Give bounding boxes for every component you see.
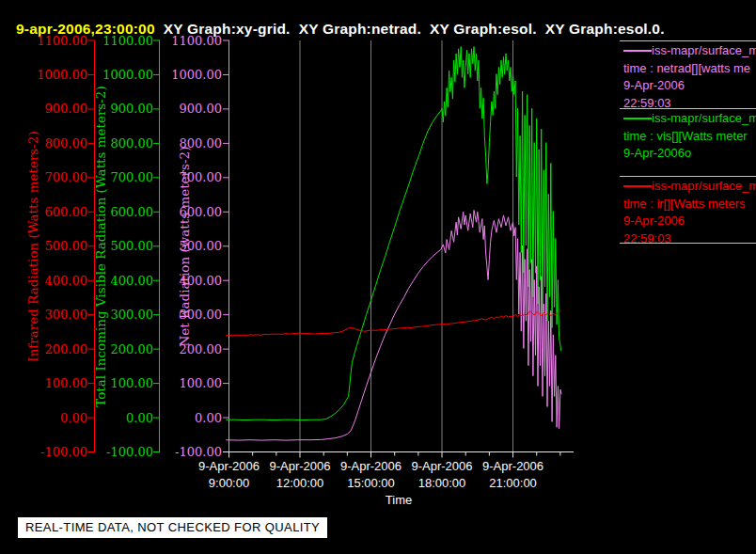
y-tick-label: 1100.00 (171, 34, 222, 48)
y-tick-label: -100.00 (175, 445, 222, 459)
y-tick-label: 0.00 (195, 411, 222, 425)
series-line-netrad (226, 211, 561, 441)
y-tick-label: 700.00 (45, 170, 88, 184)
legend-line: 22:59:03 (623, 230, 756, 248)
legend-line-sample-icon (623, 118, 652, 119)
x-tick-time: 18:00:00 (418, 476, 466, 490)
x-axis: 9-Apr-20069:00:009-Apr-200612:00:009-Apr… (198, 452, 574, 508)
y-tick-label: 600.00 (45, 205, 88, 219)
x-tick-date: 9-Apr-2006 (482, 459, 543, 473)
legend-line: iss-mapr/surface_m (623, 110, 756, 128)
legend-line: time : vis[][Watts meter (623, 128, 756, 146)
y-tick-label: 100.00 (45, 376, 88, 390)
y-tick-label: 600.00 (111, 205, 154, 219)
y-tick-label: 100.00 (111, 376, 154, 390)
legend-line: iss-mapr/surface_m (623, 42, 756, 60)
y-tick-label: 400.00 (111, 274, 154, 288)
app-window: { "title": { "date": "9-apr-2006,23:00:0… (0, 0, 756, 554)
y-tick-label: 300.00 (111, 308, 154, 322)
x-axis-title: Time (386, 493, 412, 507)
y-tick-label: -100.00 (40, 445, 87, 459)
x-tick-date: 9-Apr-2006 (412, 459, 473, 473)
legend-line: 9-Apr-2006 (623, 77, 756, 95)
y-tick-label: 1100.00 (102, 34, 153, 48)
y-tick-label: 1000.00 (102, 68, 153, 82)
y-axis-ir: 1100.001000.00900.00800.00700.00600.0050… (25, 34, 95, 460)
x-tick-time: 9:00:00 (209, 476, 249, 490)
legend-line: time : ir[][Watts meters (623, 196, 756, 214)
x-tick-time: 15:00:00 (347, 476, 395, 490)
y-tick-label: 500.00 (45, 239, 88, 253)
series-line-ir (226, 310, 560, 336)
y-tick-label: 900.00 (180, 102, 223, 116)
y-tick-label: 700.00 (111, 170, 154, 184)
y-tick-label: 1000.00 (37, 68, 87, 82)
y-tick-label: 1000.00 (171, 68, 222, 82)
y-tick-label: 400.00 (45, 274, 88, 288)
x-tick-time: 12:00:00 (276, 476, 324, 490)
legend-line: 9-Apr-2006 (623, 213, 756, 230)
y-axis-title: Infrared Radiation (Watts meters-2) (25, 131, 40, 361)
x-tick-date: 9-Apr-2006 (340, 459, 402, 473)
y-tick-label: 0.00 (60, 411, 87, 425)
y-axis-title: Net Radiation (watts meters-2) (177, 147, 192, 347)
legend-entry-vis[interactable]: iss-mapr/surface_mtime : vis[][Watts met… (623, 110, 756, 163)
legend-line: iss-mapr/surface_m (623, 178, 756, 196)
y-tick-label: 900.00 (45, 102, 88, 116)
y-tick-label: 1100.00 (37, 34, 87, 48)
x-tick-date: 9-Apr-2006 (269, 459, 330, 473)
legend-line-sample-icon (623, 185, 652, 187)
y-axis-netrad: 1100.001000.00900.00800.00700.00600.0050… (171, 34, 229, 460)
legend-line: 9-Apr-2006o (623, 145, 756, 163)
y-axis-title: Total Incoming Visible Radiation (Watts … (93, 86, 108, 406)
y-tick-label: -100.00 (106, 445, 153, 459)
legend-line-sample-icon (623, 50, 652, 52)
series-line-vis (226, 47, 560, 420)
y-tick-label: 200.00 (111, 342, 154, 356)
quality-notice: REAL-TIME DATA, NOT CHECKED FOR QUALITY (18, 517, 327, 538)
y-tick-label: 800.00 (111, 136, 154, 150)
y-tick-label: 500.00 (111, 239, 154, 253)
y-tick-label: 100.00 (180, 376, 223, 390)
y-tick-label: 800.00 (45, 136, 88, 150)
legend-entry-ir[interactable]: iss-mapr/surface_mtime : ir[][Watts mete… (623, 178, 756, 247)
legend-line: time : netrad[][watts me (623, 60, 756, 78)
x-tick-date: 9-Apr-2006 (198, 459, 260, 473)
y-tick-label: 900.00 (111, 102, 154, 116)
legend-entry-netrad[interactable]: iss-mapr/surface_mtime : netrad[][watts … (623, 42, 756, 112)
y-tick-label: 300.00 (45, 308, 88, 322)
y-tick-label: 200.00 (45, 342, 88, 356)
y-axis-vis: 1100.001000.00900.00800.00700.00600.0050… (93, 34, 160, 460)
y-tick-label: 0.00 (126, 411, 153, 425)
x-tick-time: 21:00:00 (489, 476, 537, 490)
